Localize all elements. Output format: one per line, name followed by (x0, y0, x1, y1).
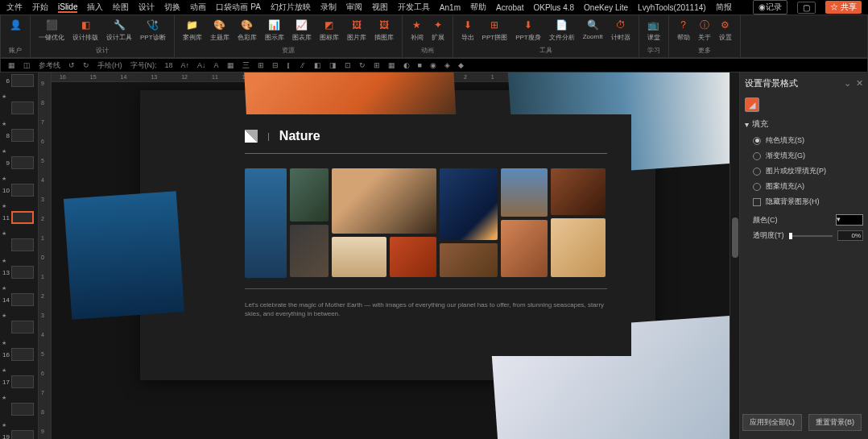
ribbon-btn-图片库[interactable]: 🖼图片库 (344, 17, 370, 43)
editor-area[interactable]: 1615141312111098765432101234567891011121… (52, 72, 730, 439)
subtool-18[interactable]: ◨ (327, 61, 339, 69)
transparency-value[interactable]: 0% (837, 230, 863, 241)
menu-animation[interactable]: 动画 (190, 2, 206, 13)
subtool-27[interactable]: ◆ (456, 61, 466, 69)
subtool-0[interactable]: ▦ (6, 61, 18, 69)
menu-view[interactable]: 视图 (372, 2, 388, 13)
collage-img-8[interactable] (440, 243, 498, 277)
collage-img-10[interactable] (501, 220, 548, 277)
transparency-slider[interactable] (789, 235, 833, 237)
subtool-24[interactable]: ■ (415, 61, 424, 69)
vertical-scrollbar[interactable] (730, 72, 739, 439)
subtool-19[interactable]: ⊡ (342, 61, 353, 69)
ribbon-btn-课堂[interactable]: 📺课堂 (644, 17, 663, 43)
slide-thumb-[interactable] (0, 100, 38, 116)
slide-thumb-[interactable] (0, 237, 38, 253)
subtool-4[interactable]: ↻ (81, 61, 92, 69)
menu-pa[interactable]: 口袋动画 PA (216, 2, 260, 13)
slide-thumb-19[interactable]: 19 (0, 429, 38, 439)
scrollbar-thumb[interactable] (732, 217, 738, 258)
menu-slideshow[interactable]: 幻灯片放映 (271, 2, 311, 13)
fill-opt-渐变填充(G)[interactable]: 渐变填充(G) (753, 148, 863, 164)
ribbon-btn-account[interactable]: 👤 (6, 17, 25, 35)
ribbon-btn-PPT瘦身[interactable]: ⬇PPT瘦身 (512, 17, 544, 43)
subtool-26[interactable]: ◈ (442, 61, 453, 69)
color-picker[interactable]: ▾ (836, 214, 863, 226)
subtool-22[interactable]: ▦ (386, 61, 398, 69)
ribbon-btn-一键优化[interactable]: ⬛一键优化 (35, 17, 68, 43)
slide-canvas[interactable]: | Nature Let's celebrate the magic of Mo… (140, 90, 655, 380)
menu-draw[interactable]: 绘图 (113, 2, 129, 13)
subtool-13[interactable]: ⊞ (255, 61, 267, 69)
collage-img-5[interactable] (332, 237, 386, 277)
fill-opt-纯色填充(S)[interactable]: 纯色填充(S) (753, 133, 863, 148)
slide-thumb-[interactable] (0, 401, 38, 417)
close-icon[interactable]: ✕ (856, 78, 863, 89)
subtool-17[interactable]: ◧ (312, 61, 324, 69)
menu-brief[interactable]: 简报 (716, 2, 732, 13)
slide-thumb-10[interactable]: 10 (0, 182, 38, 198)
slide-thumb-8[interactable]: 8 (0, 127, 38, 143)
subtool-6[interactable]: 字号(N): (128, 60, 159, 71)
slide-thumb-6[interactable]: 6 (0, 72, 38, 89)
ribbon-btn-扩展[interactable]: ✦扩展 (428, 17, 448, 43)
slide-thumb-13[interactable]: 13 (0, 264, 38, 280)
slide-description[interactable]: Let's celebrate the magic of Mother Eart… (245, 300, 607, 318)
subtool-23[interactable]: ◐ (401, 61, 412, 69)
ribbon-btn-插图库[interactable]: 🖼插图库 (371, 17, 397, 43)
menu-review[interactable]: 审阅 (346, 2, 362, 13)
fill-bucket-icon[interactable]: ◢ (745, 97, 759, 112)
chevron-down-icon[interactable]: ⌄ (844, 78, 851, 89)
collage-img-12[interactable] (551, 218, 606, 277)
menu-okplus[interactable]: OKPlus 4.8 (533, 3, 574, 12)
menu-transition[interactable]: 切换 (164, 2, 180, 13)
slide-thumb-[interactable] (0, 319, 38, 335)
ribbon-btn-PPT拼图[interactable]: ⊞PPT拼图 (479, 17, 511, 43)
slide-thumb-17[interactable]: 17 (0, 374, 38, 390)
collage-img-4[interactable] (332, 168, 436, 234)
subtool-14[interactable]: ⊟ (270, 61, 281, 69)
menu-help[interactable]: 帮助 (470, 2, 486, 13)
subtool-3[interactable]: ↺ (66, 61, 77, 69)
fill-section-header[interactable]: ▾填充 (745, 115, 863, 133)
ribbon-btn-色彩库[interactable]: 🎨色彩库 (234, 17, 260, 43)
share-button[interactable]: ☆ 共享 (825, 1, 862, 14)
menu-acrobat[interactable]: Acrobat (496, 3, 523, 12)
ribbon-btn-图示库[interactable]: 📊图示库 (262, 17, 287, 43)
menu-design[interactable]: 设计 (138, 2, 155, 13)
ribbon-btn-补间[interactable]: ★补间 (407, 17, 427, 43)
subtool-5[interactable]: 手绘(H) (95, 60, 125, 71)
menu-record[interactable]: 录制 (320, 2, 337, 13)
collage-img-7[interactable] (440, 168, 498, 240)
thumbnail-panel[interactable]: 6★★8★9★10★11★★13★14★★16★17★★19★20★21★ (0, 72, 39, 439)
slide-thumb-9[interactable]: 9 (0, 155, 38, 171)
subtool-12[interactable]: 三 (240, 60, 252, 71)
ribbon-btn-导出[interactable]: ⬇导出 (458, 17, 477, 43)
apply-all-button[interactable]: 应用到全部(L) (742, 414, 802, 431)
image-collage[interactable] (245, 168, 607, 289)
ribbon-btn-主题库[interactable]: 🎨主题库 (207, 17, 233, 43)
ribbon-btn-设置[interactable]: ⚙设置 (716, 17, 735, 43)
ribbon-btn-图标库[interactable]: ◩图标库 (316, 17, 342, 43)
subtool-21[interactable]: ⊞ (371, 61, 382, 69)
collage-img-9[interactable] (501, 168, 548, 217)
menu-an1m[interactable]: An1m (440, 3, 461, 12)
subtool-10[interactable]: A (212, 61, 221, 69)
slide-thumb-16[interactable]: 16 (0, 346, 38, 362)
ribbon-btn-案例库[interactable]: 📁案例库 (180, 17, 205, 43)
subtool-7[interactable]: 18 (163, 61, 176, 69)
ribbon-btn-帮助[interactable]: ?帮助 (674, 17, 693, 43)
fill-opt-图片或纹理填充(P)[interactable]: 图片或纹理填充(P) (753, 164, 863, 179)
subtool-2[interactable]: 参考线 (36, 60, 63, 71)
menu-dev[interactable]: 开发工具 (398, 2, 430, 13)
menu-islide[interactable]: iSlide (58, 2, 77, 13)
slide-thumb-11[interactable]: 11 (0, 209, 38, 226)
subtool-16[interactable]: ⫽ (296, 61, 308, 69)
ribbon-btn-图表库[interactable]: 📈图表库 (289, 17, 315, 43)
subtool-25[interactable]: ◉ (428, 61, 439, 69)
subtool-20[interactable]: ↻ (357, 61, 368, 69)
ribbon-btn-文件分析[interactable]: 📄文件分析 (546, 17, 578, 43)
collage-img-11[interactable] (551, 168, 606, 215)
menu-insert[interactable]: 插入 (87, 2, 103, 13)
subtool-1[interactable]: ◫ (21, 61, 33, 69)
